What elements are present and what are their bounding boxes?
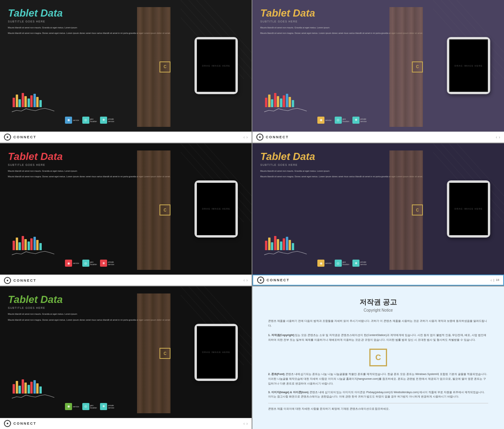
drag-text-2: DRAG IMAGE HERE <box>454 65 483 67</box>
content-badge-1: C <box>159 61 170 72</box>
slide-5: Tablet Data SUBTITLE GOES HERE Mauris bl… <box>0 286 252 429</box>
copyright-subtitle: Copyright Notice <box>268 308 488 312</box>
copyright-footer-text: 콘텐츠 제품 이외이에 대한 자세한 사항을 문의하기 희망에 기재된 콘텐츠스… <box>268 403 488 411</box>
footer-1: CONNECT ‹ › <box>0 132 252 143</box>
copyright-slide: 저작권 공고 Copyright Notice 콘텐츠 제품을 사용하기 전에 … <box>252 286 504 429</box>
chart-2 <box>264 91 311 115</box>
icon-label-service-1: service <box>73 119 79 121</box>
arrow-left-1[interactable]: ‹ <box>243 135 245 139</box>
copyright-badge-wrapper: C <box>268 349 488 366</box>
copyright-s2: 2. 폰트(Font) 콘텐츠 내에 삽기되는 폰트는 나눔 나눔 나눔글꼴을 … <box>268 372 488 386</box>
copyright-content: 저작권 공고 Copyright Notice 콘텐츠 제품을 사용하기 전에 … <box>252 286 504 429</box>
arrow-left-5[interactable]: ‹ <box>243 422 245 426</box>
tablet-area-2: DRAG IMAGE HERE <box>433 0 504 132</box>
arrow-right-1[interactable]: › <box>246 135 248 139</box>
slide-3: Tablet Data SUBTITLE GOES HERE Mauris bl… <box>0 143 252 286</box>
arrow-left-2[interactable]: ‹ <box>496 135 497 139</box>
connect-text-1: CONNECT <box>13 135 37 139</box>
content-badge-2: C <box>412 61 423 72</box>
chart-line-1 <box>12 107 57 113</box>
copyright-title: 저작권 공고 <box>268 297 488 307</box>
drag-text-1: DRAG IMAGE HERE <box>202 65 230 67</box>
content-badge-3: C <box>159 204 170 215</box>
tablet-5: DRAG IMAGE HERE <box>195 324 238 381</box>
arrow-right-2[interactable]: › <box>499 135 500 139</box>
arrow-left-3[interactable]: ‹ <box>243 278 245 282</box>
tablet-3: DRAG IMAGE HERE <box>195 180 238 238</box>
tablet-1: DRAG IMAGE HERE <box>195 37 238 94</box>
tablet-2: DRAG IMAGE HERE <box>447 37 490 94</box>
slide-1: Tablet Data SUBTITLE GOES HERE Mauris bl… <box>0 0 252 143</box>
copyright-c-badge: C <box>369 349 387 366</box>
chart-1 <box>12 91 59 115</box>
arrow-left-4[interactable]: ‹ <box>491 278 492 282</box>
icons-3: ◉ service ◎ geolocation ❋ privateservice <box>65 260 114 267</box>
drag-text-4: DRAG IMAGE HERE <box>454 208 483 210</box>
arrow-right-3[interactable]: › <box>246 278 248 282</box>
icons-1: ◉ service ◎ geolocation ❋ privateservice <box>65 117 114 124</box>
icons-5: ◉ service ◎ geolocation ❋ privateservice <box>65 403 114 410</box>
chart-5 <box>12 378 59 401</box>
content-badge-5: C <box>159 348 170 359</box>
copyright-s3: 3. 이미지(Image) & 아이콘(Icon) 콘텐츠 내에 삽기되어 있는… <box>268 390 488 399</box>
connect-text-5: CONNECT <box>13 422 37 425</box>
footer-5: CONNECT ‹ › <box>0 418 252 429</box>
tablet-area-3: DRAG IMAGE HERE <box>181 143 252 275</box>
icons-2: ◉ service ◎ geolocation ❋ privateservice <box>317 117 367 124</box>
copyright-intro: 콘텐츠 제품을 사용하기 전에 다음의 법적과 조항들을 자세히 읽어 주시기 … <box>268 319 488 328</box>
connect-1: CONNECT <box>4 134 37 141</box>
arrow-right-5[interactable]: › <box>246 422 248 426</box>
chart-4 <box>264 234 311 258</box>
footer-4: CONNECT ‹ | 18 <box>252 275 504 286</box>
content-badge-4: C <box>412 204 423 215</box>
connect-text-4: CONNECT <box>267 278 290 282</box>
connect-circle-1 <box>4 134 11 141</box>
tablet-area-1: DRAG IMAGE HERE <box>181 0 252 132</box>
connect-dot-1 <box>7 136 8 138</box>
connect-text-2: CONNECT <box>266 135 289 139</box>
icon-label-private-1: privateservice <box>108 118 114 123</box>
tablet-area-5: DRAG IMAGE HERE <box>181 286 252 418</box>
copyright-s1: 1. 저작권(Copyright) 있는 모든 콘텐츠는 소유 및 저작권은 콘… <box>268 333 488 342</box>
icon-geo-1: ◎ <box>82 117 89 124</box>
page-indicator-4: | <box>493 278 494 282</box>
tablet-area-4: DRAG IMAGE HERE <box>433 143 504 275</box>
chart-3 <box>12 234 59 258</box>
footer-3: CONNECT ‹ › <box>0 275 252 286</box>
footer-arrows-1[interactable]: ‹ › <box>243 135 248 139</box>
slide-4: Tablet Data SUBTITLE GOES HERE Mauris bl… <box>252 143 504 286</box>
icon-label-geo-1: geolocation <box>90 118 97 123</box>
page-number-4: 18 <box>496 278 499 282</box>
drag-text-5: DRAG IMAGE HERE <box>202 351 230 353</box>
drag-text-3: DRAG IMAGE HERE <box>202 208 230 210</box>
icon-service-1: ◉ <box>65 117 72 124</box>
copyright-badge-container: 1. 저작권(Copyright) 있는 모든 콘텐츠는 소유 및 저작권은 콘… <box>268 333 488 342</box>
icon-service-2: ◉ <box>317 117 324 124</box>
slide-2: Tablet Data SUBTITLE GOES HERE Mauris bl… <box>252 0 504 143</box>
icons-4: ◉ service ◎ geolocation ❋ privateservice <box>317 260 367 267</box>
footer-2: CONNECT ‹ › <box>252 132 504 143</box>
connect-text-3: CONNECT <box>13 279 37 282</box>
icon-private-1: ❋ <box>100 117 107 124</box>
tablet-4: DRAG IMAGE HERE <box>447 180 490 238</box>
tablet-screen-1: DRAG IMAGE HERE <box>197 39 235 92</box>
